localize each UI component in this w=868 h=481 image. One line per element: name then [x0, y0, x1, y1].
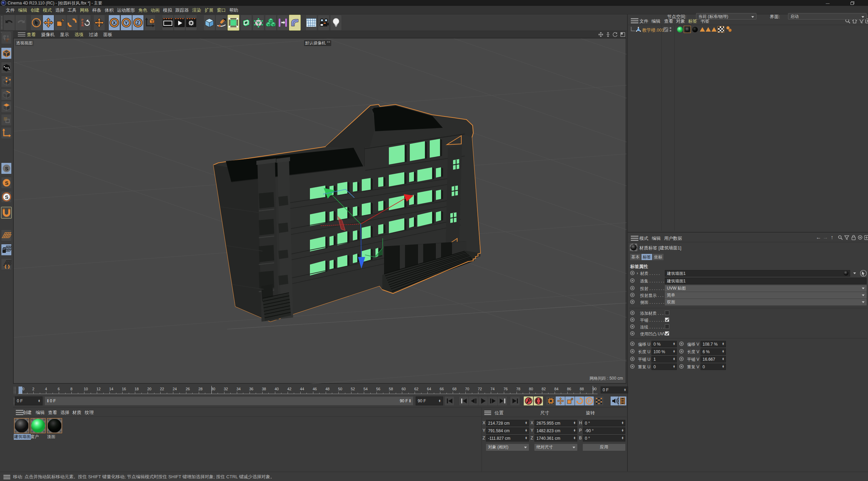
svg-text:S: S [5, 194, 8, 200]
svg-text:S: S [5, 180, 8, 186]
svg-text:S: S [5, 166, 8, 171]
svg-text:X: X [113, 20, 116, 25]
svg-text:P: P [588, 399, 591, 404]
svg-text:Z: Z [137, 20, 139, 25]
svg-text:Y: Y [125, 20, 128, 25]
svg-text:R: R [81, 24, 84, 27]
